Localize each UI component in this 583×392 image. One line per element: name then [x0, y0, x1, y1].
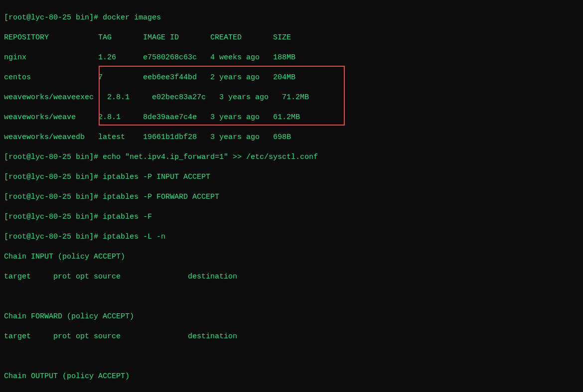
prompt: [root@lyc-80-25 bin]#: [4, 233, 98, 241]
cmd-iptables-list: iptables -L -n: [103, 233, 165, 241]
docker-row: centos 7 eeb6ee3f44bd 2 years ago 204MB: [4, 73, 579, 83]
prompt: [root@lyc-80-25 bin]#: [4, 213, 98, 221]
docker-row: weaveworks/weavedb latest 19661b1dbf28 3…: [4, 132, 579, 142]
chain-title: Chain FORWARD (policy ACCEPT): [4, 312, 579, 322]
cmd-line: [root@lyc-80-25 bin]# echo "net.ipv4.ip_…: [4, 152, 579, 162]
cmd-echo: echo "net.ipv4.ip_forward=1" >> /etc/sys…: [103, 153, 318, 161]
cmd-docker-images: docker images: [103, 13, 161, 22]
chain-header: target prot opt source destination: [4, 332, 579, 342]
cmd-iptables-flush: iptables -F: [103, 213, 152, 221]
cmd-line: [root@lyc-80-25 bin]# docker images: [4, 13, 579, 23]
chain-title: Chain INPUT (policy ACCEPT): [4, 252, 579, 262]
cmd-line: [root@lyc-80-25 bin]# iptables -F: [4, 212, 579, 222]
prompt: [root@lyc-80-25 bin]#: [4, 193, 98, 201]
docker-row: weaveworks/weave 2.8.1 8de39aae7c4e 3 ye…: [4, 113, 579, 123]
prompt: [root@lyc-80-25 bin]#: [4, 153, 98, 161]
blank-line: [4, 292, 579, 302]
cmd-line: [root@lyc-80-25 bin]# iptables -L -n: [4, 232, 579, 242]
cmd-line: [root@lyc-80-25 bin]# iptables -P FORWAR…: [4, 192, 579, 202]
prompt: [root@lyc-80-25 bin]#: [4, 173, 98, 181]
terminal[interactable]: [root@lyc-80-25 bin]# docker images REPO…: [0, 0, 583, 392]
cmd-line: [root@lyc-80-25 bin]# iptables -P INPUT …: [4, 172, 579, 182]
cmd-iptables-forward: iptables -P FORWARD ACCEPT: [103, 193, 219, 201]
docker-header: REPOSITORY TAG IMAGE ID CREATED SIZE: [4, 33, 579, 43]
chain-header: target prot opt source destination: [4, 272, 579, 282]
blank-line: [4, 352, 579, 362]
docker-row: nginx 1.26 e7580268c63c 4 weeks ago 188M…: [4, 53, 579, 63]
chain-title: Chain OUTPUT (policy ACCEPT): [4, 372, 579, 382]
cmd-iptables-input: iptables -P INPUT ACCEPT: [103, 173, 210, 181]
prompt: [root@lyc-80-25 bin]#: [4, 13, 98, 22]
docker-row: weaveworks/weaveexec 2.8.1 e02bec83a27c …: [4, 93, 579, 103]
